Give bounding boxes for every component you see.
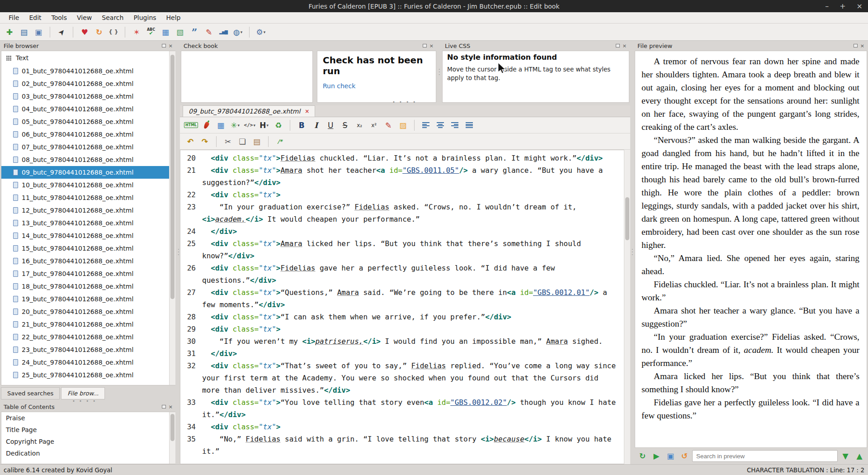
align-right-icon[interactable] (448, 119, 462, 132)
code-line[interactable]: 24 </div> (180, 225, 630, 238)
donate-heart-icon[interactable]: ♥ (78, 25, 91, 39)
file-item[interactable]: 12_butc_9780441012688_oe.xhtml (1, 204, 175, 217)
toc-item[interactable]: Title Page (1, 424, 175, 436)
undock-icon[interactable] (162, 44, 166, 48)
run-check-link[interactable]: Run check (323, 82, 355, 90)
code-block-icon[interactable]: </>▾ (243, 119, 256, 132)
find-prev-icon[interactable]: ▲ (853, 450, 866, 462)
file-item[interactable]: 17_butc_9780441012688_oe.xhtml (1, 267, 175, 280)
close-icon[interactable]: × (857, 2, 863, 10)
refresh-preview-icon[interactable]: ↻ (636, 450, 649, 462)
superscript-icon[interactable]: x² (367, 119, 381, 132)
minimize-icon[interactable]: – (825, 2, 829, 10)
code-line[interactable]: 26 <div class="tx">Fidelias gave her a p… (180, 262, 630, 286)
code-line[interactable]: 35 “No,” Fidelias said with a grin. “I l… (180, 433, 630, 457)
file-item[interactable]: 10_butc_9780441012688_oe.xhtml (1, 179, 175, 191)
spellcheck-icon[interactable]: ABC✔ (144, 25, 158, 39)
sync-position-icon[interactable]: ▣ (664, 450, 677, 462)
code-line[interactable]: 25 <div class="tx">Amara licked her lips… (180, 238, 630, 262)
insert-image2-icon[interactable]: ▦ (214, 119, 227, 132)
scrollbar-thumb[interactable] (170, 55, 175, 299)
paste-icon[interactable]: ▤ (250, 135, 264, 148)
braces-icon[interactable]: { } (107, 25, 120, 39)
beautify-icon[interactable]: ♻ (272, 119, 285, 132)
file-item[interactable]: 01_butc_9780441012688_oe.xhtml (1, 65, 175, 77)
auto-refresh-icon[interactable]: ▶ (650, 450, 663, 462)
file-item[interactable]: 15_butc_9780441012688_oe.xhtml (1, 242, 175, 255)
file-item[interactable]: 02_butc_9780441012688_oe.xhtml (1, 77, 175, 90)
file-item[interactable]: 19_butc_9780441012688_oe.xhtml (1, 293, 175, 305)
redo-icon[interactable]: ↷ (198, 135, 212, 148)
toc-scrollbar[interactable] (169, 412, 175, 464)
close-tab-icon[interactable]: × (305, 108, 309, 114)
editor-tab[interactable]: 09_butc_9780441012688_oe.xhtml × (183, 105, 315, 117)
view-source-icon[interactable]: HTML (184, 119, 198, 132)
menu-search[interactable]: Search (97, 13, 128, 22)
close-panel-icon[interactable]: × (860, 43, 864, 48)
file-list-scrollbar[interactable] (169, 51, 175, 385)
file-item[interactable]: 20_butc_9780441012688_oe.xhtml (1, 305, 175, 318)
insert-tag-icon[interactable] (199, 119, 213, 132)
file-item[interactable]: 23_butc_9780441012688_oe.xhtml (1, 343, 175, 356)
copy-icon[interactable]: ❏ (236, 135, 249, 148)
undock-icon[interactable] (854, 44, 858, 48)
new-file-icon[interactable]: ✚ (3, 25, 16, 39)
code-line[interactable]: 32 <div class="tx">“That’s sweet of you … (180, 360, 630, 396)
code-line[interactable]: 27 <div class="tx">“Questions,” Amara sa… (180, 286, 630, 311)
undock-icon[interactable] (423, 44, 427, 48)
file-item[interactable]: 06_butc_9780441012688_oe.xhtml (1, 128, 175, 141)
open-book-icon[interactable]: ▤ (17, 25, 31, 39)
code-editor[interactable]: 20 <div class="tx">Fidelias chuckled. “L… (180, 150, 630, 464)
editor-scrollbar[interactable] (624, 150, 630, 464)
underline-icon[interactable]: U (324, 119, 337, 132)
file-item[interactable]: 18_butc_9780441012688_oe.xhtml (1, 280, 175, 293)
code-line[interactable]: 29 <div class="tx"> (180, 323, 630, 335)
file-item[interactable]: 25_butc_9780441012688_oe.xhtml (1, 369, 175, 381)
code-line[interactable]: 23 “In your graduation exercise?” Fideli… (180, 201, 630, 225)
tab-file-browser[interactable]: File brow... (61, 387, 105, 399)
code-line[interactable]: 22 <div class="tx"> (180, 189, 630, 201)
file-item[interactable]: 11_butc_9780441012688_oe.xhtml (1, 191, 175, 204)
pointer-arrow-icon[interactable]: ➤ (55, 25, 68, 39)
comment-icon[interactable]: /* (273, 135, 287, 148)
align-left-icon[interactable] (419, 119, 433, 132)
preferences-icon[interactable]: ⚙▾ (254, 25, 268, 39)
file-item[interactable]: 07_butc_9780441012688_oe.xhtml (1, 141, 175, 153)
heading-icon[interactable]: H▾ (257, 119, 271, 132)
close-panel-icon[interactable]: × (623, 43, 627, 48)
check-book-icon[interactable]: ✶ (130, 25, 143, 39)
file-item[interactable]: 24_butc_9780441012688_oe.xhtml (1, 356, 175, 369)
menu-file[interactable]: File (4, 13, 24, 22)
splitter-handle[interactable]: • • • • (392, 100, 417, 104)
code-line[interactable]: 33 <div class="tx">“You love telling tha… (180, 396, 630, 421)
menu-view[interactable]: View (72, 13, 97, 22)
close-panel-icon[interactable]: × (169, 404, 173, 409)
bold-icon[interactable]: B (295, 119, 308, 132)
smart-quotes-icon[interactable]: ” (188, 25, 201, 39)
toc-item[interactable]: Praise (1, 412, 175, 424)
file-item[interactable]: 08_butc_9780441012688_oe.xhtml (1, 153, 175, 166)
file-item[interactable]: 16_butc_9780441012688_oe.xhtml (1, 255, 175, 267)
undo-icon[interactable]: ↶ (184, 135, 197, 148)
sync-icon[interactable]: ↻ (92, 25, 106, 39)
menu-plugins[interactable]: Plugins (128, 13, 161, 22)
toc-item[interactable]: Copyright Page (1, 436, 175, 447)
file-item[interactable]: 22_butc_9780441012688_oe.xhtml (1, 331, 175, 343)
menu-tools[interactable]: Tools (47, 13, 72, 22)
toc-item[interactable]: Dedication (1, 447, 175, 459)
code-line[interactable]: 28 <div class="tx">“I can ask them when … (180, 311, 630, 323)
file-item[interactable]: 04_butc_9780441012688_oe.xhtml (1, 103, 175, 115)
find-next-icon[interactable]: ▼ (839, 450, 852, 462)
maximize-icon[interactable]: + (840, 2, 845, 10)
file-item[interactable]: 09_butc_9780441012688_oe.xhtml (1, 166, 175, 179)
file-item[interactable]: 21_butc_9780441012688_oe.xhtml (1, 318, 175, 331)
close-panel-icon[interactable]: × (429, 43, 434, 48)
file-item[interactable]: 14_butc_9780441012688_oe.xhtml (1, 229, 175, 242)
menu-help[interactable]: Help (161, 13, 186, 22)
tab-saved-searches[interactable]: Saved searches (1, 387, 60, 399)
code-line[interactable]: 34 <div class="tx"> (180, 421, 630, 433)
undock-icon[interactable] (162, 405, 166, 408)
code-line[interactable]: 21 <div class="tx">Amara shot her teache… (180, 164, 630, 189)
reports-icon[interactable]: ▂▅▇ (217, 25, 230, 39)
check-livecss-splitter[interactable] (437, 41, 441, 104)
